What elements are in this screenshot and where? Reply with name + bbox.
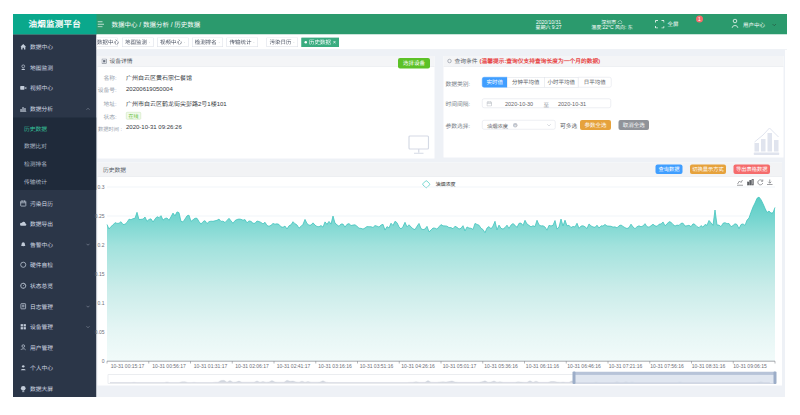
svg-text:0.25: 0.25 [95,213,105,219]
svg-text:10-31 00:56:17: 10-31 00:56:17 [152,363,186,369]
svg-text:0.2: 0.2 [98,242,105,248]
svg-text:10-31 00:15:17: 10-31 00:15:17 [111,363,145,369]
svg-text:10-31 02:06:17: 10-31 02:06:17 [235,363,269,369]
svg-text:10-31 07:56:16: 10-31 07:56:16 [650,363,684,369]
svg-text:0: 0 [102,358,105,364]
svg-text:0.1: 0.1 [98,300,105,306]
svg-text:10-31 08:31:16: 10-31 08:31:16 [692,363,726,369]
svg-text:0.05: 0.05 [95,329,105,335]
svg-text:10-31 04:26:16: 10-31 04:26:16 [401,363,435,369]
svg-text:10-31 06:46:16: 10-31 06:46:16 [567,363,601,369]
svg-text:0.15: 0.15 [95,271,105,277]
svg-text:10-31 01:31:17: 10-31 01:31:17 [194,363,228,369]
svg-text:10-31 09:06:15: 10-31 09:06:15 [733,363,767,369]
svg-text:10-31 06:11:16: 10-31 06:11:16 [526,363,559,369]
svg-text:10-31 07:21:16: 10-31 07:21:16 [609,363,643,369]
svg-text:油烟浓度: 油烟浓度 [436,181,456,187]
svg-text:10-31 03:16:16: 10-31 03:16:16 [318,363,352,369]
svg-text:10-31 05:01:17: 10-31 05:01:17 [443,363,477,369]
svg-text:10-31 05:36:16: 10-31 05:36:16 [484,363,518,369]
svg-text:10-31 02:41:17: 10-31 02:41:17 [277,363,311,369]
svg-text:10-31 03:51:16: 10-31 03:51:16 [360,363,394,369]
svg-text:0.3: 0.3 [98,184,105,190]
